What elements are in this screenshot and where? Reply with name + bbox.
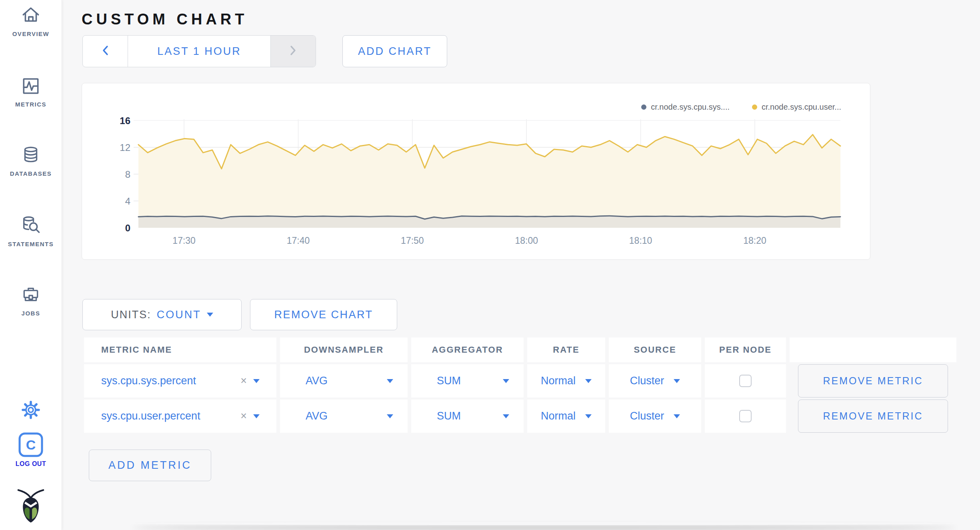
sidebar-item-metrics[interactable]: METRICS — [0, 76, 62, 108]
per-node-checkbox[interactable] — [739, 410, 752, 422]
legend-dot-user — [752, 104, 757, 110]
col-header-aggregator: AGGREGATOR — [411, 337, 524, 362]
units-value: COUNT — [157, 309, 201, 321]
source-value: Cluster — [630, 410, 664, 422]
metric-name-dropdown[interactable]: × — [240, 375, 276, 387]
col-header-per-node: PER NODE — [705, 337, 786, 362]
sidebar-item-jobs[interactable]: JOBS — [0, 285, 62, 317]
svg-text:12: 12 — [120, 142, 130, 153]
chevron-left-icon — [102, 45, 108, 57]
per-node-cell — [705, 364, 786, 398]
svg-text:16: 16 — [120, 115, 130, 126]
gear-icon — [21, 400, 40, 420]
chevron-down-icon — [674, 414, 680, 418]
sidebar-item-statements[interactable]: STATEMENTS — [0, 215, 62, 247]
metrics-graph-icon — [21, 76, 41, 96]
rate-value: Normal — [541, 410, 576, 422]
remove-metric-button[interactable]: REMOVE METRIC — [798, 364, 948, 398]
source-dropdown[interactable]: Cluster — [609, 364, 701, 398]
clear-metric-icon[interactable]: × — [240, 375, 247, 387]
col-header-metric-name: METRIC NAME — [84, 337, 276, 362]
legend-label-user: cr.node.sys.cpu.user... — [762, 102, 841, 112]
database-search-icon — [20, 215, 41, 236]
remove-metric-label: REMOVE METRIC — [823, 410, 923, 422]
timescale-prev-button[interactable] — [83, 36, 128, 67]
logout-button[interactable]: C LOG OUT — [0, 432, 62, 468]
legend-item-sys[interactable]: cr.node.sys.cpu.sys.... — [641, 102, 730, 112]
chart-card: 048121617:3017:4017:5018:0018:1018:20 cr… — [82, 83, 870, 260]
metric-name-dropdown[interactable]: × — [240, 410, 276, 422]
chevron-right-icon — [290, 45, 296, 57]
col-header-downsampler: DOWNSAMPLER — [280, 337, 408, 362]
sidebar-item-label: METRICS — [15, 101, 46, 108]
home-icon — [21, 6, 41, 26]
svg-text:4: 4 — [125, 196, 130, 207]
sidebar-item-label: OVERVIEW — [12, 30, 50, 37]
clear-metric-icon[interactable]: × — [240, 410, 247, 422]
svg-text:C: C — [26, 437, 36, 452]
chart-legend: cr.node.sys.cpu.sys.... cr.node.sys.cpu.… — [641, 102, 841, 112]
source-value: Cluster — [630, 375, 664, 387]
aggregator-dropdown[interactable]: SUM — [411, 400, 524, 433]
database-icon — [21, 145, 41, 165]
per-node-cell — [705, 400, 786, 433]
metric-name-value: sys.cpu.user.percent — [101, 410, 200, 422]
aggregator-value: SUM — [437, 410, 461, 422]
metric-name-value: sys.cpu.sys.percent — [101, 375, 196, 387]
rate-dropdown[interactable]: Normal — [527, 364, 605, 398]
remove-metric-button[interactable]: REMOVE METRIC — [798, 400, 948, 433]
briefcase-icon — [21, 285, 41, 305]
sidebar-item-label: DATABASES — [10, 170, 52, 177]
chevron-down-icon — [387, 379, 393, 383]
svg-text:18:00: 18:00 — [515, 235, 538, 246]
aggregator-dropdown[interactable]: SUM — [411, 364, 524, 398]
chevron-down-icon — [503, 414, 509, 418]
cockroach-bug-logo — [0, 488, 62, 528]
legend-label-sys: cr.node.sys.cpu.sys.... — [651, 102, 730, 112]
rate-value: Normal — [541, 375, 576, 387]
metrics-table: METRIC NAME DOWNSAMPLER AGGREGATOR RATE … — [84, 337, 956, 433]
remove-chart-button[interactable]: REMOVE CHART — [250, 299, 397, 330]
units-dropdown[interactable]: UNITS: COUNT — [82, 299, 242, 330]
sidebar: OVERVIEW METRICS DATABASES — [0, 0, 62, 530]
chevron-down-icon — [503, 379, 509, 383]
downsampler-dropdown[interactable]: AVG — [280, 364, 408, 398]
timescale-next-button[interactable] — [270, 36, 316, 67]
downsampler-value: AVG — [306, 410, 328, 422]
sidebar-item-label: JOBS — [22, 310, 40, 317]
actions-cell: REMOVE METRIC — [790, 364, 956, 398]
remove-metric-label: REMOVE METRIC — [823, 375, 923, 387]
sidebar-item-overview[interactable]: OVERVIEW — [0, 6, 62, 37]
c-square-icon: C — [18, 432, 43, 457]
svg-text:17:40: 17:40 — [287, 235, 310, 246]
svg-text:8: 8 — [125, 169, 130, 180]
source-dropdown[interactable]: Cluster — [609, 400, 701, 433]
svg-text:17:30: 17:30 — [172, 235, 196, 246]
sidebar-item-databases[interactable]: DATABASES — [0, 145, 62, 177]
page-bottom-shadow — [132, 522, 956, 525]
per-node-checkbox[interactable] — [739, 375, 752, 387]
table-row-metric-name: sys.cpu.user.percent × — [84, 400, 276, 433]
add-metric-button[interactable]: ADD METRIC — [89, 450, 211, 481]
settings-button[interactable] — [0, 400, 62, 420]
add-chart-label: ADD CHART — [358, 45, 432, 58]
timescale-range-label: LAST 1 HOUR — [157, 45, 241, 58]
rate-dropdown[interactable]: Normal — [527, 400, 605, 433]
page-title: CUSTOM CHART — [82, 11, 248, 28]
timescale-range-button[interactable]: LAST 1 HOUR — [128, 36, 270, 67]
units-label: UNITS: — [111, 309, 151, 321]
timescale-selector: LAST 1 HOUR — [82, 35, 316, 67]
add-metric-label: ADD METRIC — [108, 459, 192, 472]
add-chart-button[interactable]: ADD CHART — [342, 35, 447, 67]
chevron-down-icon — [585, 379, 592, 383]
svg-text:18:20: 18:20 — [743, 235, 766, 246]
legend-item-user[interactable]: cr.node.sys.cpu.user... — [752, 102, 841, 112]
chevron-down-icon — [253, 379, 260, 383]
downsampler-dropdown[interactable]: AVG — [280, 400, 408, 433]
actions-cell: REMOVE METRIC — [790, 400, 956, 433]
col-header-actions — [790, 337, 956, 362]
col-header-rate: RATE — [527, 337, 605, 362]
svg-text:17:50: 17:50 — [401, 235, 424, 246]
chevron-down-icon — [674, 379, 680, 383]
col-header-source: SOURCE — [609, 337, 701, 362]
